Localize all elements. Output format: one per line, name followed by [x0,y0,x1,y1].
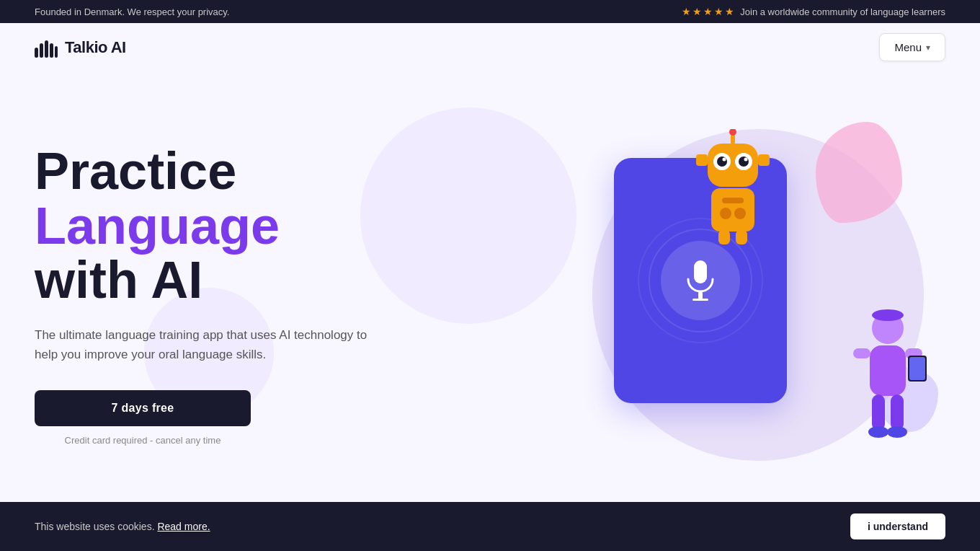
svg-rect-1 [40,43,43,58]
svg-point-11 [744,158,748,162]
star-3: ★ [703,6,713,17]
svg-point-26 [872,309,904,321]
star-rating: ★ ★ ★ ★ ★ [682,6,734,17]
svg-rect-0 [35,48,38,58]
star-5: ★ [725,6,734,17]
navbar: Talkio AI Menu ▾ [0,23,980,71]
hero-subtitle: The ultimate language training app that … [35,325,380,364]
hero-section: Practice Language with AI The ultimate l… [0,71,980,504]
star-1: ★ [682,6,691,17]
svg-rect-35 [909,357,925,380]
hero-title-part2: with AI [35,251,202,309]
svg-rect-20 [718,230,730,244]
svg-point-9 [739,157,749,167]
svg-point-33 [887,426,907,438]
svg-rect-22 [694,260,707,283]
svg-rect-4 [55,46,58,58]
banner-right: ★ ★ ★ ★ ★ Join a worldwide community of … [682,6,945,17]
cookie-text: This website uses cookies. Read more. [35,521,210,532]
cookie-banner: This website uses cookies. Read more. i … [0,502,980,551]
cookie-message: This website uses cookies. [35,521,155,532]
svg-rect-21 [736,230,747,244]
menu-label: Menu [894,41,922,53]
svg-rect-23 [698,291,703,300]
svg-point-18 [720,208,731,219]
hero-title: Practice Language with AI [35,144,467,308]
svg-rect-17 [722,198,744,203]
svg-rect-15 [758,154,770,166]
svg-rect-28 [853,348,870,358]
hero-title-highlight: Language [35,197,280,255]
chevron-down-icon: ▾ [926,43,930,53]
hero-illustration [571,115,945,475]
svg-rect-24 [692,299,708,301]
logo-text: Talkio AI [65,38,126,57]
svg-rect-27 [870,345,906,396]
mic-container [661,241,740,320]
read-more-link[interactable]: Read more. [157,521,210,532]
menu-button[interactable]: Menu ▾ [879,33,945,61]
hero-title-part1: Practice [35,142,236,200]
svg-point-8 [717,157,727,167]
cta-button[interactable]: 7 days free [35,390,251,426]
cookie-accept-button[interactable]: i understand [850,513,945,539]
microphone-icon [682,259,718,302]
logo-svg [35,38,58,58]
svg-rect-30 [872,394,885,431]
svg-point-32 [868,426,888,438]
banner-right-text: Join a worldwide community of language l… [740,6,945,17]
star-4: ★ [714,6,723,17]
svg-rect-16 [711,188,754,232]
svg-rect-2 [45,40,48,58]
star-2: ★ [692,6,702,17]
robot-figure [686,129,780,247]
cta-note: Credit card required - cancel any time [35,435,251,446]
svg-rect-3 [50,43,53,58]
svg-point-13 [729,129,736,136]
person-svg [845,307,931,451]
person-figure [845,307,931,454]
hero-content-left: Practice Language with AI The ultimate l… [35,144,467,446]
logo-icon [35,38,58,58]
svg-point-19 [734,208,746,219]
svg-point-10 [723,158,726,162]
banner-left-text: Founded in Denmark. We respect your priv… [35,6,229,17]
logo-link[interactable]: Talkio AI [35,38,126,58]
svg-rect-31 [891,394,904,431]
svg-rect-14 [696,154,708,166]
top-banner: Founded in Denmark. We respect your priv… [0,0,980,23]
robot-svg [686,129,780,244]
